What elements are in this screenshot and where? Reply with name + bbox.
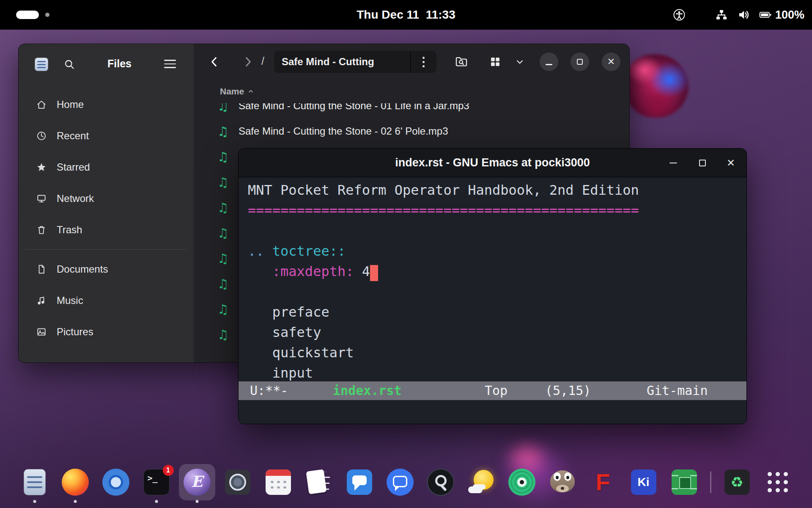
calendar-app-icon — [266, 469, 291, 495]
emacs-buffer-line: preface — [248, 302, 746, 322]
sidebar-item-label: Trash — [57, 224, 82, 236]
emacs-buffer-line: MNT Pocket Reform Operator Handbook, 2nd… — [248, 180, 746, 200]
sidebar-item-network[interactable]: Network — [23, 183, 189, 214]
path-separator: / — [261, 55, 264, 67]
dock-firefox[interactable] — [60, 467, 90, 497]
dock-gimp[interactable] — [548, 467, 577, 497]
dock-divider — [710, 471, 711, 493]
kicad-icon — [631, 469, 656, 495]
dock-terminal[interactable]: 1 — [142, 467, 171, 497]
running-indicator — [74, 500, 77, 503]
minimize-button[interactable] — [540, 52, 558, 71]
dock-emacs[interactable] — [182, 467, 212, 497]
dock-weather[interactable] — [466, 467, 496, 497]
close-icon: ✕ — [727, 158, 735, 168]
accessibility-icon[interactable] — [673, 8, 686, 21]
emacs-titlebar[interactable]: index.rst - GNU Emacs at pocki3000 ✕ — [239, 149, 746, 177]
emacs-window: index.rst - GNU Emacs at pocki3000 ✕ MNT… — [238, 148, 747, 424]
sidebar-divider — [25, 249, 187, 250]
music-note-icon: ♫ — [217, 103, 234, 113]
view-options-chevron-icon[interactable] — [513, 55, 527, 69]
dock-chromium[interactable] — [101, 467, 131, 497]
network-icon[interactable] — [715, 8, 728, 21]
volume-icon[interactable] — [737, 8, 750, 21]
running-indicator — [195, 500, 198, 503]
minimize-icon — [669, 163, 677, 164]
maximize-icon — [699, 160, 706, 166]
network-icon — [36, 193, 47, 204]
dock-files[interactable] — [20, 467, 49, 497]
dock-pcb-tool[interactable] — [669, 467, 699, 497]
hamburger-menu-icon[interactable] — [164, 58, 176, 69]
path-button[interactable]: Safe Mind - Cutting — [274, 51, 436, 73]
dock-chat[interactable] — [345, 467, 374, 497]
files-sidebar-list: HomeRecentStarredNetworkTrashDocumentsMu… — [23, 89, 189, 348]
close-button[interactable]: ✕ — [602, 52, 620, 71]
dock-notes[interactable] — [304, 467, 334, 497]
dock-camera[interactable] — [223, 467, 252, 497]
emacs-minimize-button[interactable] — [663, 149, 684, 177]
emacs-modeline: U:**- index.rst Top (5,15) Git-main — [239, 381, 746, 400]
dock-music-player[interactable] — [507, 467, 537, 497]
sidebar-item-documents[interactable]: Documents — [23, 254, 189, 285]
sidebar-item-label: Starred — [57, 161, 90, 173]
maximize-button[interactable] — [571, 52, 589, 71]
emacs-echo-area[interactable] — [239, 400, 746, 424]
app-grid-icon — [768, 472, 788, 492]
emacs-close-button[interactable]: ✕ — [720, 149, 741, 177]
emacs-maximize-button[interactable] — [692, 149, 713, 177]
files-app-icon — [35, 58, 48, 71]
text-cursor — [370, 265, 378, 281]
dock-app-grid[interactable] — [763, 467, 793, 497]
system-status-area[interactable]: 100% — [673, 0, 804, 30]
dock: 1 — [0, 467, 812, 497]
sidebar-item-label: Music — [57, 295, 83, 306]
folder-menu-button[interactable] — [410, 51, 436, 73]
emacs-buffer-line — [248, 282, 746, 302]
trash-icon — [36, 224, 47, 236]
trash-icon — [724, 469, 750, 495]
music-note-icon: ♫ — [217, 149, 234, 164]
sidebar-item-home[interactable]: Home — [23, 89, 189, 120]
dock-freecad[interactable] — [588, 467, 618, 497]
file-row[interactable]: ♫Safe Mind - Cutting the Stone - 02 6' P… — [194, 119, 629, 144]
dock-keepassxc[interactable] — [426, 467, 455, 497]
sidebar-item-recent[interactable]: Recent — [23, 120, 189, 152]
name-column-header[interactable]: Name — [220, 86, 244, 97]
music-player-icon — [508, 469, 535, 496]
gimp-icon — [549, 469, 576, 496]
files-sidebar: Files HomeRecentStarredNetworkTrashDocum… — [19, 44, 194, 362]
music-note-icon: ♫ — [217, 200, 234, 215]
emacs-buffer-line: ========================================… — [248, 200, 746, 221]
folder-search-icon[interactable] — [455, 55, 468, 69]
grid-view-icon[interactable] — [488, 55, 502, 69]
forward-button[interactable] — [241, 55, 255, 69]
battery-indicator[interactable]: 100% — [759, 8, 804, 22]
file-list-header[interactable]: Name — [194, 80, 629, 103]
emacs-buffer[interactable]: MNT Pocket Reform Operator Handbook, 2nd… — [239, 177, 746, 381]
dock-calendar[interactable] — [263, 467, 293, 497]
weather-app-icon — [468, 469, 495, 496]
current-folder-name: Safe Mind - Cutting — [274, 51, 410, 73]
modeline-buffer-name: index.rst — [333, 381, 402, 400]
dock-kicad[interactable] — [629, 467, 658, 497]
sidebar-item-trash[interactable]: Trash — [23, 214, 189, 246]
back-button[interactable] — [208, 55, 221, 69]
search-icon[interactable] — [63, 58, 75, 72]
document-icon — [36, 263, 47, 275]
sidebar-item-music[interactable]: Music — [23, 285, 189, 316]
notes-app-icon — [305, 469, 332, 496]
music-note-icon: ♫ — [217, 226, 234, 240]
music-note-icon: ♫ — [217, 276, 234, 291]
sidebar-item-label: Home — [57, 99, 84, 110]
modeline-git-branch: Git-main — [647, 381, 708, 400]
sidebar-item-pictures[interactable]: Pictures — [23, 316, 189, 348]
sidebar-item-starred[interactable]: Starred — [23, 152, 189, 183]
emacs-window-title: index.rst - GNU Emacs at pocki3000 — [395, 156, 590, 169]
file-row[interactable]: ♫Safe Mind - Cutting the Stone - 01 Life… — [194, 103, 629, 119]
star-icon — [36, 161, 47, 173]
dock-signal[interactable] — [385, 467, 415, 497]
top-bar: Thu Dec 11 11:33 100% — [0, 0, 812, 30]
dock-trash[interactable] — [722, 467, 752, 497]
emacs-icon — [184, 469, 211, 496]
